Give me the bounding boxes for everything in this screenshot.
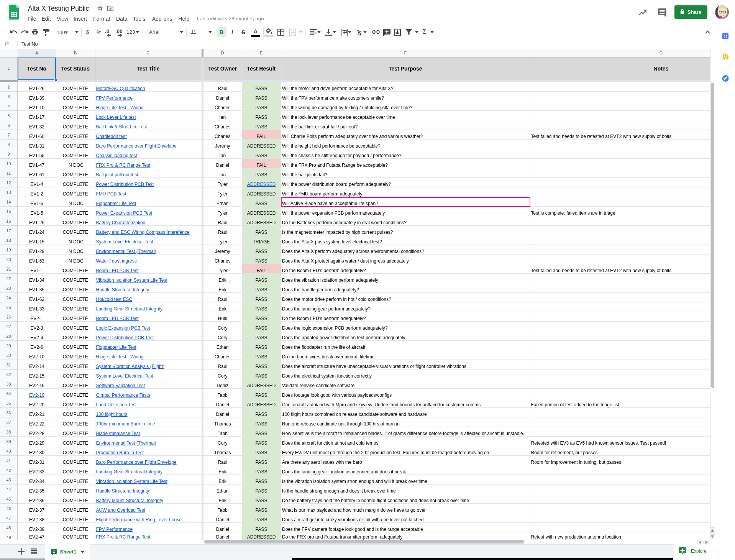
svg-text:31: 31 [724,34,727,38]
